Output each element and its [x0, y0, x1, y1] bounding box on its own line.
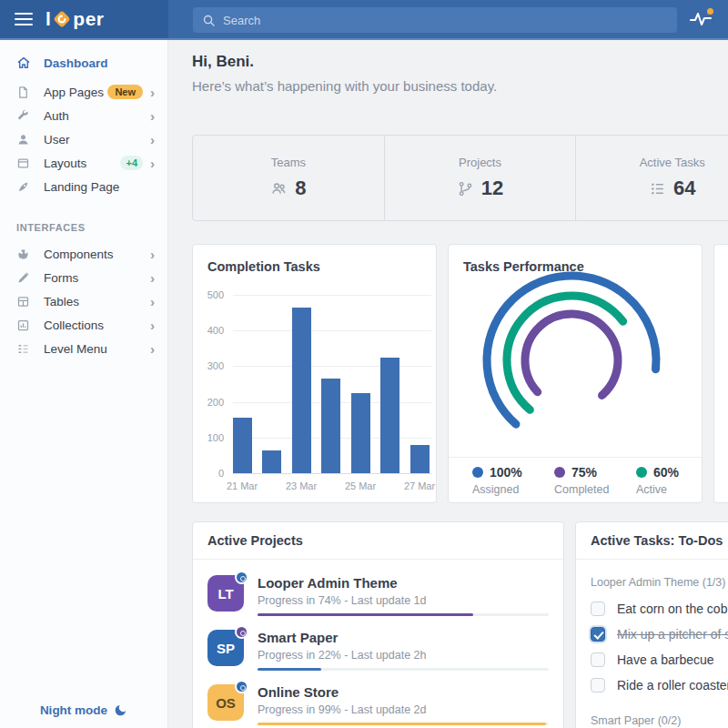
legend-label: Assigned: [472, 483, 531, 496]
sidebar-item-label: Tables: [44, 295, 150, 308]
sidebar-item-auth[interactable]: Auth ›: [0, 104, 167, 127]
chevron-right-icon: ›: [150, 318, 155, 332]
project-icon: OS: [207, 684, 244, 721]
stat-label: Teams: [271, 156, 306, 169]
legend-dot: [472, 467, 483, 478]
sidebar-item-layouts[interactable]: Layouts +4 ›: [0, 151, 167, 175]
menu-levels-icon: [16, 341, 31, 356]
tasks-icon: [649, 180, 666, 197]
progress-fill: [258, 613, 473, 616]
sidebar-section-interfaces: INTERFACES: [0, 198, 167, 242]
plus-count-badge: +4: [120, 156, 143, 170]
main-content: Hi, Beni. Here’s what’s happening with y…: [169, 42, 728, 728]
sidebar-item-landing-page[interactable]: Landing Page: [0, 175, 167, 198]
leaderboard-card: Le: [713, 244, 728, 503]
legend-pct: 100%: [490, 465, 522, 480]
x-axis-tick-label: 21 Mar: [215, 480, 269, 491]
todo-item: Mix up a pitcher of sangr: [591, 622, 728, 647]
tasks-performance-radial-chart: [449, 270, 703, 458]
wrench-icon: [16, 108, 31, 123]
project-name: Smart Paper: [258, 630, 549, 646]
sidebar-item-label: User: [44, 133, 150, 147]
bar-27 Mar: [410, 445, 430, 473]
sidebar-item-label: Landing Page: [44, 180, 155, 194]
todo-checkbox[interactable]: [591, 678, 605, 693]
new-badge: New: [107, 85, 143, 99]
legend-pct: 60%: [653, 465, 679, 480]
todo-checkbox[interactable]: [591, 652, 605, 667]
puzzle-icon: [16, 247, 31, 261]
sidebar: Dashboard App Pages New › Auth ›: [0, 40, 168, 728]
page-title: Hi, Beni.: [192, 53, 254, 71]
progress-track: [258, 723, 549, 725]
sidebar-item-label: Dashboard: [44, 56, 155, 70]
project-row-looper-admin-theme[interactable]: LT Looper Admin Theme Progress in 74% - …: [207, 575, 549, 616]
sidebar-item-components[interactable]: Components ›: [0, 242, 167, 266]
legend-dot: [636, 467, 647, 478]
project-meta: Progress in 74% - Last update 1d: [258, 594, 549, 607]
top-bar: l per: [0, 0, 728, 40]
legend-assigned: 100% Assigned: [472, 465, 531, 496]
user-icon: [16, 132, 31, 147]
night-mode-toggle[interactable]: Night mode: [0, 703, 167, 717]
todo-label: Ride a roller coaster —: [617, 678, 728, 693]
project-icon: SP: [207, 630, 244, 666]
notification-dot: [707, 8, 713, 15]
bar-chart-icon: [16, 318, 31, 332]
legend-dot: [554, 467, 565, 478]
hamburger-menu-icon[interactable]: [15, 13, 33, 25]
globe-badge-icon: [235, 625, 248, 639]
git-branch-icon: [457, 180, 474, 197]
project-row-smart-paper[interactable]: SP Smart Paper Progress in 22% - Last up…: [207, 630, 549, 671]
rocket-icon: [16, 179, 31, 194]
sidebar-item-user[interactable]: User ›: [0, 127, 167, 151]
sidebar-item-app-pages[interactable]: App Pages New ›: [0, 80, 167, 104]
tasks-performance-card: Tasks Performance 100% Assigned 75% Comp…: [448, 244, 703, 503]
todo-checkbox[interactable]: [591, 627, 605, 642]
divider: [449, 457, 702, 458]
chevron-right-icon: ›: [150, 248, 155, 261]
bar-22 Mar: [262, 450, 281, 473]
sidebar-item-level-menu[interactable]: Level Menu ›: [0, 337, 167, 360]
stat-value: 8: [295, 177, 306, 200]
stat-value: 64: [673, 177, 695, 200]
search-input[interactable]: [223, 14, 668, 27]
sidebar-item-collections[interactable]: Collections ›: [0, 313, 167, 337]
legend-label: Completed: [554, 483, 612, 496]
sidebar-item-label: Collections: [44, 318, 150, 332]
pen-icon: [16, 270, 31, 285]
sidebar-item-label: Layouts: [44, 157, 120, 170]
project-row-online-store[interactable]: OS Online Store Progress in 99% - Last u…: [207, 684, 549, 725]
completion-tasks-bar-chart: 500400300200100021 Mar23 Mar25 Mar27 Mar: [193, 281, 438, 500]
chevron-right-icon: ›: [150, 295, 155, 308]
night-mode-label: Night mode: [40, 703, 107, 717]
legend-active: 60% Active: [636, 465, 694, 496]
brand-area: l per: [0, 0, 168, 38]
sidebar-item-forms[interactable]: Forms ›: [0, 266, 167, 289]
progress-track: [258, 668, 549, 671]
project-abbr: OS: [216, 695, 236, 711]
todo-label: Mix up a pitcher of sangr: [617, 627, 728, 642]
card-title: Completion Tasks: [207, 259, 320, 274]
logo-text-post: per: [73, 8, 104, 30]
legend-label: Active: [636, 483, 694, 496]
todo-group-label: Looper Admin Theme (1/3): [591, 576, 728, 589]
stat-projects: Projects 12: [385, 136, 577, 220]
table-icon: [16, 294, 31, 308]
chevron-right-icon: ›: [150, 271, 155, 285]
bar-21 Mar: [233, 418, 252, 473]
bar-25 Mar: [351, 393, 370, 473]
chevron-right-icon: ›: [150, 109, 155, 123]
chart-legend: 100% Assigned 75% Completed 60% Active: [472, 465, 694, 496]
activity-notifications-icon[interactable]: [690, 10, 713, 30]
moon-icon: [114, 703, 127, 717]
y-axis-tick-label: 500: [193, 289, 224, 300]
sidebar-item-dashboard[interactable]: Dashboard: [0, 51, 167, 75]
progress-track: [258, 613, 549, 616]
todo-checkbox[interactable]: [591, 602, 605, 616]
gridline: [233, 366, 431, 367]
legend-completed: 75% Completed: [554, 465, 612, 496]
dashboard-screen: l per: [0, 0, 728, 728]
sidebar-item-tables[interactable]: Tables ›: [0, 289, 167, 313]
todo-item: Have a barbecue: [591, 647, 728, 672]
